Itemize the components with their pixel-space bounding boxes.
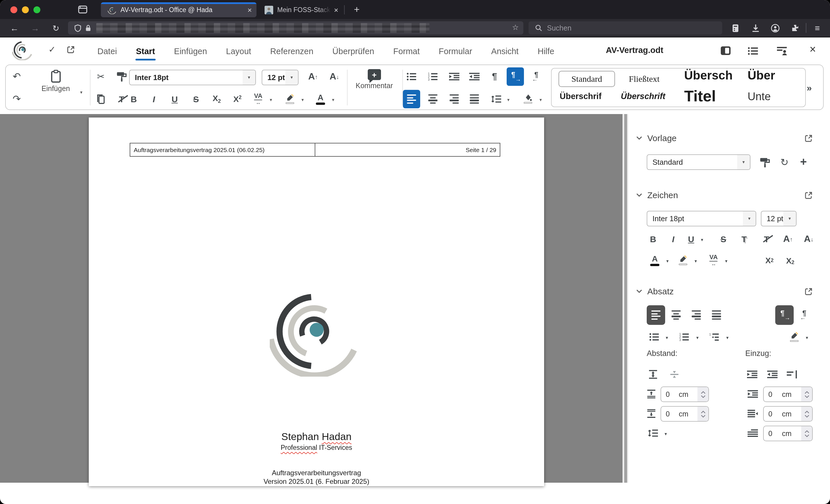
shrink-font-button[interactable]: A↓ — [329, 71, 339, 82]
grow-font-button[interactable]: A↑ — [308, 71, 318, 82]
strikethrough-button[interactable]: S — [193, 94, 199, 104]
style-ueberschrift-italic[interactable]: Überschrift — [621, 92, 679, 101]
paragraph-rtl-button[interactable]: ¶← — [532, 71, 541, 82]
sb-highlight-caret[interactable]: ▾ — [695, 259, 697, 264]
sb-italic-button[interactable]: I — [672, 234, 674, 244]
forward-button[interactable]: → — [28, 19, 43, 37]
tab-close-icon[interactable]: × — [334, 6, 338, 13]
zeichen-detach-icon[interactable] — [805, 191, 813, 199]
decrease-indent-icon[interactable] — [469, 73, 480, 81]
paste-button[interactable]: Einfügen — [41, 70, 70, 93]
style-untertitel[interactable]: Unte — [747, 91, 803, 103]
sb-align-right-button[interactable] — [692, 310, 701, 320]
menu-format[interactable]: Format — [392, 44, 420, 58]
menu-formular[interactable]: Formular — [438, 44, 473, 58]
sb-strikethrough-button[interactable]: S — [721, 234, 726, 244]
sb-numbered-list-button[interactable] — [679, 333, 689, 341]
menu-ansicht[interactable]: Ansicht — [490, 44, 519, 58]
undo-button[interactable]: ↶ — [13, 71, 21, 83]
stepper-buttons[interactable] — [801, 387, 812, 401]
sb-bullet-list-caret[interactable]: ▾ — [666, 336, 668, 340]
sb-line-spacing-caret[interactable]: ▾ — [665, 432, 667, 437]
style-fliesstext[interactable]: Fließtext — [629, 74, 660, 84]
macos-close-button[interactable] — [10, 6, 17, 13]
section-absatz-header[interactable]: Absatz — [636, 286, 674, 296]
stepper-buttons[interactable] — [801, 426, 812, 441]
toolbar-expander[interactable]: » — [807, 83, 812, 93]
shield-icon[interactable] — [74, 24, 82, 32]
paragraph-background-caret[interactable]: ▾ — [540, 98, 542, 103]
cut-icon[interactable]: ✂ — [97, 71, 105, 82]
sb-character-spacing-button[interactable]: VA↔ — [709, 254, 718, 267]
spacing-below-stepper[interactable]: 0cm — [661, 406, 709, 422]
formatting-marks-icon[interactable]: ¶ — [492, 71, 497, 82]
save-status-check-icon[interactable]: ✓ — [49, 44, 56, 55]
menu-layout[interactable]: Layout — [225, 44, 252, 58]
line-spacing-icon[interactable] — [491, 95, 502, 103]
sb-outline-list-button[interactable] — [709, 333, 719, 341]
lock-icon[interactable] — [85, 24, 92, 32]
splitter-handle[interactable] — [624, 114, 627, 483]
indent-after-stepper[interactable]: 0cm — [763, 406, 813, 422]
increase-spacing-icon[interactable] — [648, 370, 658, 379]
redo-button[interactable]: ↷ — [13, 93, 21, 105]
align-right-button[interactable] — [450, 95, 459, 104]
decrease-spacing-icon[interactable] — [670, 370, 679, 379]
subscript-button[interactable]: X2 — [213, 94, 221, 104]
macos-minimize-button[interactable] — [22, 6, 29, 13]
user-list-icon[interactable] — [775, 44, 789, 57]
menu-datei[interactable]: Datei — [97, 44, 118, 58]
character-spacing-button[interactable]: VA↔ — [254, 93, 262, 105]
bold-button[interactable]: B — [131, 94, 137, 104]
align-left-button-active[interactable] — [403, 90, 420, 108]
clone-formatting-icon[interactable] — [116, 71, 127, 82]
sb-paragraph-background-button[interactable] — [790, 332, 799, 342]
sb-paragraph-background-caret[interactable]: ▾ — [806, 336, 808, 340]
sb-ltr-button-active[interactable]: ¶→ — [775, 305, 794, 325]
sb-align-center-button[interactable] — [671, 310, 681, 320]
bookmark-star-icon[interactable]: ☆ — [512, 23, 519, 32]
reload-button[interactable]: ↻ — [49, 19, 63, 37]
sb-outline-list-caret[interactable]: ▾ — [726, 336, 729, 340]
sb-align-left-button-active[interactable] — [647, 305, 665, 325]
sidebar-toggle-icon[interactable] — [719, 44, 733, 57]
extensions-icon[interactable] — [787, 19, 803, 37]
font-name-caret[interactable]: ▾ — [248, 75, 250, 80]
sb-character-spacing-caret[interactable]: ▾ — [725, 259, 727, 264]
outline-list-icon[interactable] — [746, 44, 760, 57]
sidebar-splitter[interactable] — [622, 114, 628, 483]
firefox-view-icon[interactable] — [78, 5, 88, 14]
sb-line-spacing-icon[interactable] — [648, 429, 658, 437]
bullet-list-icon[interactable] — [407, 73, 416, 81]
sb-highlight-button[interactable] — [679, 256, 687, 265]
sb-shrink-font-button[interactable]: A↓ — [804, 234, 813, 244]
style-ueberschrift-3[interactable]: Überschrif — [560, 92, 615, 101]
increase-indent-icon[interactable] — [449, 73, 459, 81]
style-ueberschrift-1[interactable]: Übersch — [684, 69, 743, 82]
stepper-buttons[interactable] — [697, 387, 708, 401]
refresh-style-icon[interactable]: ↻ — [780, 156, 789, 168]
sb-superscript-button[interactable]: X2 — [765, 256, 774, 264]
style-ueberschrift-2[interactable]: Über — [747, 69, 803, 82]
character-spacing-caret[interactable]: ▾ — [270, 98, 272, 103]
document-canvas[interactable]: Auftragsverarbeitungsvertrag 2025.01 (06… — [0, 114, 622, 483]
sidebar-font-size-combobox[interactable]: 12 pt ▾ — [761, 211, 797, 226]
font-size-combobox[interactable]: 12 pt ▾ — [262, 70, 298, 85]
sb-justify-button[interactable] — [712, 310, 721, 320]
sb-subscript-button[interactable]: X2 — [786, 256, 795, 265]
account-icon[interactable] — [767, 19, 783, 37]
menu-ueberpruefen[interactable]: Überprüfen — [332, 44, 375, 58]
hamburger-menu-icon[interactable]: ≡ — [809, 19, 825, 37]
menu-referenzen[interactable]: Referenzen — [269, 44, 314, 58]
profile-vault-icon[interactable] — [727, 19, 743, 37]
downloads-icon[interactable] — [747, 19, 764, 37]
absatz-detach-icon[interactable] — [805, 288, 813, 296]
numbered-list-icon[interactable] — [428, 73, 438, 81]
browser-search-bar[interactable]: Suchen — [529, 21, 722, 35]
sb-numbered-list-caret[interactable]: ▾ — [696, 336, 699, 340]
style-caret[interactable]: ▾ — [742, 160, 745, 164]
copy-icon[interactable] — [96, 94, 106, 105]
paragraph-ltr-button-active[interactable]: ¶→ — [507, 67, 524, 86]
sb-underline-button[interactable]: U — [688, 234, 694, 244]
paragraph-background-button[interactable] — [524, 95, 532, 104]
